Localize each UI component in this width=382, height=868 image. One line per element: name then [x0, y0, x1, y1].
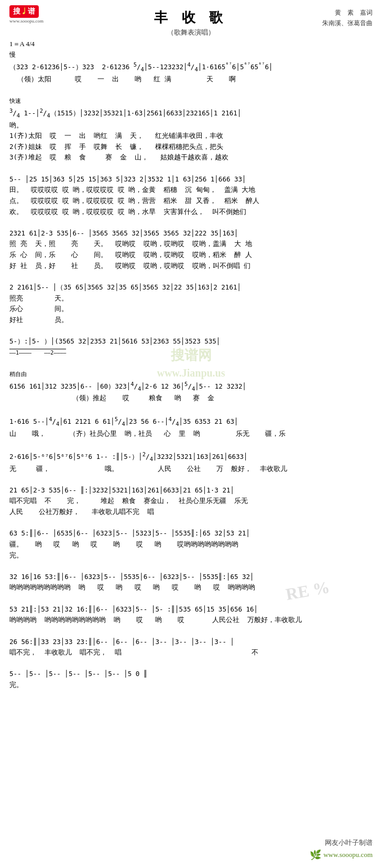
header: 丰 收 歌 （歌舞表演唱） 黄 素 嘉词 朱南溪、张葛音曲 [9, 5, 373, 37]
music-content: （323 2·61236│5--）323 2·61236 5/4│5--1232… [9, 60, 373, 691]
tempo-mark: 慢 [9, 50, 373, 59]
logo-area: 搜♩谱 www.sooopu.com [9, 5, 43, 24]
title-sub: （歌舞表演唱） [9, 28, 373, 37]
author1: 黄 素 嘉词 [322, 7, 373, 18]
logo-url: www.sooopu.com [9, 18, 43, 24]
key-sig: 1＝A 4/4 [9, 39, 373, 49]
author2: 朱南溪、张葛音曲 [322, 18, 373, 28]
page: 搜♩谱 www.sooopu.com 丰 收 歌 （歌舞表演唱） 黄 素 嘉词 … [0, 0, 382, 868]
logo-note: ♩ [20, 7, 28, 15]
logo-pu: 谱 [28, 7, 35, 15]
logo-box: 搜♩谱 [9, 5, 39, 18]
footer-area: 网友小叶子制谱 🌿 www.sooopu.com [310, 838, 373, 861]
logo-text: 搜 [13, 7, 20, 15]
footer-leaf: 🌿 [310, 849, 321, 861]
footer-url: www.sooopu.com [323, 851, 373, 859]
footer-maker: 网友小叶子制谱 [310, 838, 373, 848]
title-main: 丰 收 歌 [9, 8, 373, 27]
author-info: 黄 素 嘉词 朱南溪、张葛音曲 [322, 7, 373, 29]
